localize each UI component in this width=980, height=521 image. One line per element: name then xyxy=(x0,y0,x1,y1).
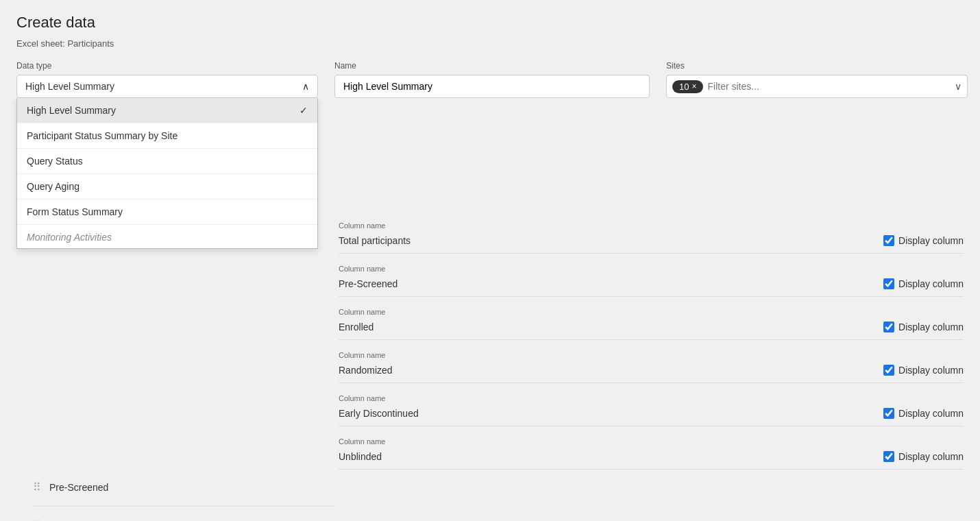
sites-input-wrapper[interactable]: 10 × ∨ xyxy=(666,75,968,98)
left-rows-panel: ⠿Pre-Screened⠿Enrolled⠿Randomized⠿Early … xyxy=(33,468,334,521)
display-column-checkbox-early-discontinued[interactable] xyxy=(883,408,894,419)
display-column-checkbox-label-enrolled[interactable]: Display column xyxy=(883,322,964,332)
dropdown-item-label: Form Status Summary xyxy=(27,206,123,217)
dropdown-item-label: High Level Summary xyxy=(27,105,116,116)
name-field-group: Name xyxy=(334,61,650,98)
chevron-up-icon xyxy=(302,81,309,92)
column-entry-early-discontinued: Column nameDisplay column xyxy=(339,394,964,426)
display-column-text: Display column xyxy=(898,451,964,462)
excel-sheet-label: Excel sheet: Participants xyxy=(16,38,964,49)
column-row-enrolled: Display column xyxy=(339,319,964,340)
display-column-checkbox-randomized[interactable] xyxy=(883,365,894,376)
columns-area: Column nameDisplay columnColumn nameDisp… xyxy=(339,221,964,470)
dropdown-item-label: Query Aging xyxy=(27,181,79,192)
column-row-pre-screened: Display column xyxy=(339,276,964,297)
column-name-label: Column name xyxy=(339,351,964,359)
column-input-pre-screened[interactable] xyxy=(339,276,872,292)
dropdown-item-form-status-summary[interactable]: Form Status Summary xyxy=(17,199,317,225)
site-badge: 10 × xyxy=(672,80,703,93)
data-type-selected-value: High Level Summary xyxy=(25,81,114,92)
site-filter-input[interactable] xyxy=(707,78,951,95)
column-entry-unblinded: Column nameDisplay column xyxy=(339,437,964,470)
column-row-early-discontinued: Display column xyxy=(339,405,964,426)
display-column-checkbox-label-early-discontinued[interactable]: Display column xyxy=(883,408,964,419)
column-entry-total-participants: Column nameDisplay column xyxy=(339,221,964,254)
column-name-label: Column name xyxy=(339,437,964,446)
dropdown-item-participant-status-summary-by-site[interactable]: Participant Status Summary by Site xyxy=(17,123,317,149)
display-column-checkbox-unblinded[interactable] xyxy=(883,451,894,462)
dropdown-item-label: Participant Status Summary by Site xyxy=(27,130,177,141)
column-input-total-participants[interactable] xyxy=(339,232,872,249)
site-badge-close-icon[interactable]: × xyxy=(691,82,696,91)
row-label: Pre-Screened xyxy=(49,482,108,493)
check-icon: ✓ xyxy=(299,105,308,116)
dropdown-item-monitoring-activities[interactable]: Monitoring Activities xyxy=(17,225,317,249)
dropdown-item-high-level-summary[interactable]: High Level Summary✓ xyxy=(17,98,317,123)
column-input-early-discontinued[interactable] xyxy=(339,405,872,422)
sites-chevron-down-icon: ∨ xyxy=(955,81,961,92)
page-title: Create data xyxy=(16,14,964,32)
row-item-enrolled: ⠿Enrolled xyxy=(33,507,334,521)
display-column-text: Display column xyxy=(898,365,964,376)
data-type-dropdown-menu: High Level Summary✓Participant Status Su… xyxy=(16,98,318,249)
dropdown-item-query-aging[interactable]: Query Aging xyxy=(17,174,317,199)
display-column-checkbox-label-total-participants[interactable]: Display column xyxy=(883,235,964,246)
column-row-unblinded: Display column xyxy=(339,448,964,470)
display-column-checkbox-total-participants[interactable] xyxy=(883,235,894,246)
display-column-checkbox-enrolled[interactable] xyxy=(883,322,894,332)
sites-label: Sites xyxy=(666,61,968,71)
dropdown-item-label: Query Status xyxy=(27,156,83,167)
display-column-checkbox-label-unblinded[interactable]: Display column xyxy=(883,451,964,462)
display-column-checkbox-pre-screened[interactable] xyxy=(883,278,894,289)
dropdown-item-query-status[interactable]: Query Status xyxy=(17,149,317,174)
column-input-randomized[interactable] xyxy=(339,362,872,378)
data-type-container: High Level Summary High Level Summary✓Pa… xyxy=(16,75,318,98)
column-row-randomized: Display column xyxy=(339,362,964,383)
sites-field-group: Sites 10 × ∨ xyxy=(666,61,968,98)
display-column-text: Display column xyxy=(898,408,964,419)
sites-container: 10 × ∨ xyxy=(666,75,968,98)
column-input-enrolled[interactable] xyxy=(339,319,872,335)
data-type-dropdown[interactable]: High Level Summary xyxy=(16,75,318,98)
column-name-label: Column name xyxy=(339,308,964,316)
name-input[interactable] xyxy=(334,75,650,98)
column-row-total-participants: Display column xyxy=(339,232,964,254)
column-name-label: Column name xyxy=(339,221,964,230)
site-badge-count: 10 xyxy=(679,82,689,92)
name-label: Name xyxy=(334,61,650,71)
data-type-label: Data type xyxy=(16,61,318,71)
drag-handle-icon[interactable]: ⠿ xyxy=(33,481,41,494)
data-type-field-group: Data type High Level Summary High Level … xyxy=(16,61,318,98)
display-column-checkbox-label-randomized[interactable]: Display column xyxy=(883,365,964,376)
display-column-checkbox-label-pre-screened[interactable]: Display column xyxy=(883,278,964,289)
column-name-label: Column name xyxy=(339,265,964,273)
display-column-text: Display column xyxy=(898,235,964,246)
display-column-text: Display column xyxy=(898,278,964,289)
column-entry-pre-screened: Column nameDisplay column xyxy=(339,265,964,297)
row-item-pre-screened: ⠿Pre-Screened xyxy=(33,468,334,507)
display-column-text: Display column xyxy=(898,322,964,332)
content-wrapper: ⠿Pre-Screened⠿Enrolled⠿Randomized⠿Early … xyxy=(16,221,964,470)
column-input-unblinded[interactable] xyxy=(339,448,872,465)
column-entry-enrolled: Column nameDisplay column xyxy=(339,308,964,340)
column-name-label: Column name xyxy=(339,394,964,402)
name-field-wrapper xyxy=(334,75,650,98)
dropdown-item-label: Monitoring Activities xyxy=(27,232,112,243)
column-entry-randomized: Column nameDisplay column xyxy=(339,351,964,383)
